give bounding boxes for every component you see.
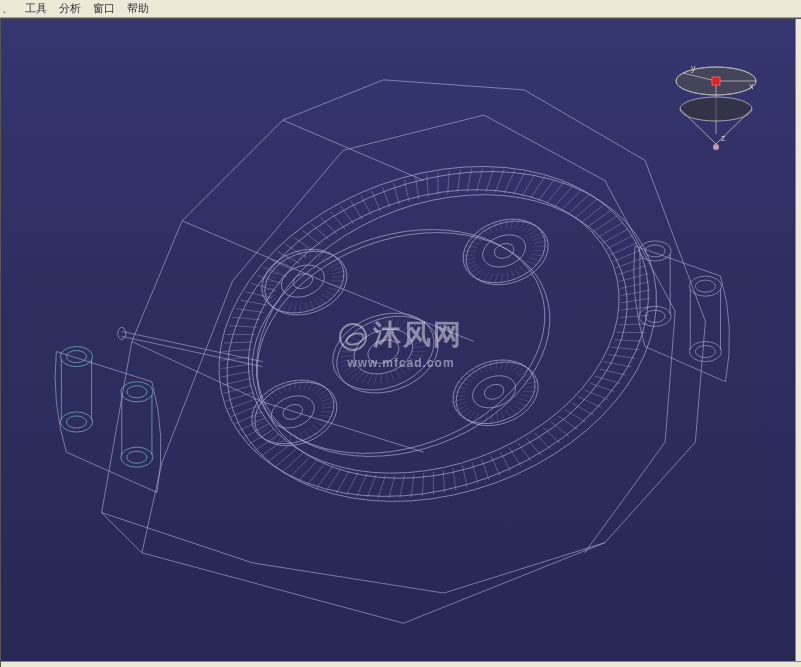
svg-line-338 — [409, 358, 421, 361]
svg-line-298 — [519, 399, 531, 402]
svg-line-342 — [395, 370, 400, 379]
svg-line-149 — [448, 171, 450, 194]
svg-line-246 — [511, 218, 514, 229]
svg-line-225 — [501, 273, 502, 284]
svg-line-75 — [551, 422, 569, 437]
svg-line-304 — [497, 413, 498, 423]
svg-line-178 — [328, 288, 340, 291]
svg-point-378 — [680, 97, 752, 121]
svg-point-45 — [689, 276, 721, 296]
svg-line-262 — [304, 430, 309, 439]
menu-analyze[interactable]: 分析 — [59, 1, 81, 16]
svg-line-77 — [535, 433, 551, 450]
svg-line-228 — [482, 272, 489, 282]
svg-line-57 — [621, 290, 650, 296]
svg-line-305 — [491, 414, 492, 425]
svg-line-245 — [506, 218, 507, 229]
svg-line-86 — [453, 468, 456, 490]
svg-line-226 — [495, 273, 498, 284]
svg-line-207 — [314, 249, 319, 259]
3d-viewport[interactable]: y x z 沐风网 www.mfcad.com — [0, 18, 801, 667]
svg-line-299 — [517, 402, 528, 407]
svg-rect-379 — [712, 77, 720, 85]
svg-line-317 — [454, 387, 467, 389]
svg-line-264 — [296, 433, 297, 443]
menubar[interactable]: 、 工具 分析 窗口 帮助 — [0, 0, 801, 18]
svg-line-163 — [568, 195, 589, 214]
svg-line-133 — [285, 244, 306, 257]
svg-line-102 — [290, 457, 310, 477]
svg-line-326 — [501, 359, 504, 370]
svg-line-67 — [600, 369, 626, 375]
compass-z-label: z — [721, 133, 726, 143]
svg-line-116 — [222, 378, 251, 385]
viewport-border-right — [795, 19, 801, 667]
svg-line-260 — [312, 425, 321, 431]
svg-point-34 — [121, 447, 153, 467]
svg-point-38 — [127, 451, 147, 463]
svg-line-138 — [330, 211, 345, 228]
svg-line-364 — [379, 320, 380, 330]
svg-line-335 — [413, 346, 427, 348]
svg-line-197 — [263, 276, 276, 278]
svg-line-105 — [267, 444, 290, 462]
svg-line-346 — [374, 374, 377, 385]
menu-tools[interactable]: 工具 — [25, 1, 47, 16]
svg-line-54 — [618, 266, 647, 275]
svg-line-120 — [222, 349, 251, 351]
svg-line-166 — [587, 210, 611, 227]
menu-help[interactable]: 帮助 — [127, 1, 149, 16]
svg-line-365 — [385, 319, 386, 330]
svg-line-147 — [427, 174, 429, 196]
svg-line-327 — [505, 359, 510, 369]
svg-line-222 — [516, 269, 521, 278]
svg-line-358 — [346, 341, 358, 344]
svg-point-4 — [322, 300, 445, 404]
svg-line-117 — [221, 371, 250, 377]
svg-line-224 — [507, 272, 508, 282]
svg-line-154 — [495, 169, 504, 192]
svg-line-324 — [490, 361, 491, 371]
svg-line-308 — [472, 413, 479, 423]
svg-line-70 — [584, 390, 608, 400]
view-compass[interactable]: y x z — [661, 49, 771, 159]
svg-line-25 — [122, 336, 263, 366]
svg-line-258 — [318, 419, 330, 422]
svg-line-218 — [529, 258, 541, 261]
svg-line-261 — [308, 428, 315, 436]
svg-line-244 — [500, 220, 501, 230]
svg-line-95 — [357, 474, 368, 497]
svg-line-145 — [404, 180, 409, 202]
menu-window[interactable]: 窗口 — [93, 1, 115, 16]
svg-line-193 — [261, 291, 274, 296]
svg-line-69 — [590, 383, 615, 392]
svg-line-217 — [531, 254, 544, 256]
svg-line-247 — [515, 218, 520, 228]
svg-line-170 — [606, 236, 633, 249]
svg-line-302 — [506, 410, 511, 419]
svg-line-179 — [325, 291, 336, 296]
svg-line-343 — [391, 371, 394, 380]
svg-line-65 — [608, 354, 635, 358]
compass-x-label: x — [749, 81, 754, 91]
svg-point-46 — [689, 341, 721, 361]
svg-point-19 — [281, 402, 305, 422]
svg-point-32 — [66, 416, 86, 428]
svg-line-337 — [411, 355, 424, 357]
svg-line-126 — [240, 300, 267, 305]
svg-line-121 — [224, 342, 253, 343]
svg-line-359 — [350, 337, 361, 342]
svg-line-313 — [453, 402, 466, 407]
svg-line-344 — [386, 373, 387, 383]
svg-line-162 — [562, 190, 582, 210]
svg-line-71 — [578, 397, 601, 408]
svg-line-118 — [221, 364, 250, 369]
svg-line-183 — [310, 301, 313, 310]
svg-line-127 — [245, 292, 271, 298]
svg-line-184 — [306, 302, 307, 312]
svg-line-173 — [331, 266, 344, 271]
svg-line-113 — [228, 399, 256, 409]
svg-line-123 — [229, 326, 257, 328]
svg-line-93 — [378, 475, 386, 498]
svg-line-257 — [320, 415, 333, 417]
